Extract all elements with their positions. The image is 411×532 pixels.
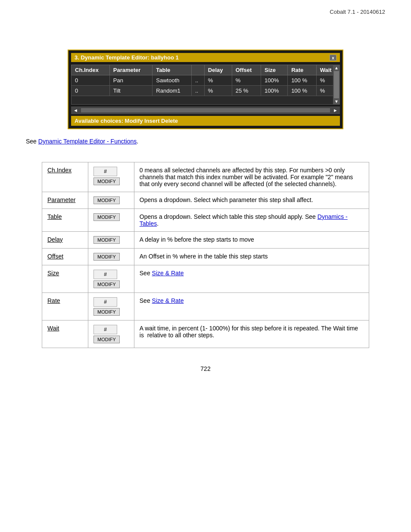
row2-table: Random1 <box>153 86 192 96</box>
reference-table: Ch.Index MODIFY 0 means all selected cha… <box>42 162 369 348</box>
row2-offset: 25 % <box>232 86 261 96</box>
horizontal-scrollbar[interactable]: ◄ ► <box>71 106 340 114</box>
col-chindex: Ch.Index <box>72 65 110 75</box>
row-widget-size: MODIFY <box>88 265 134 293</box>
see-prefix: See <box>26 138 38 145</box>
row1-parameter: Pan <box>109 75 153 86</box>
delay-widget: MODIFY <box>93 236 129 244</box>
col-delay: Delay <box>204 65 232 75</box>
table-row: 0 Tilt Random1 .. % 25 % 100% 100 % % <box>72 86 340 96</box>
table-row: Delay MODIFY A delay in % before the ste… <box>42 232 369 249</box>
row-desc-wait: A wait time, in percent (1- 1000%) for t… <box>134 320 369 348</box>
parameter-widget: MODIFY <box>93 196 129 204</box>
editor-title: 3. Dynamic Template Editor: ballyhoo 1 <box>75 54 179 61</box>
scroll-h-track <box>81 108 330 112</box>
row-widget-delay: MODIFY <box>88 232 134 249</box>
table-row: Parameter MODIFY Opens a dropdown. Selec… <box>42 192 369 209</box>
table-widget: MODIFY <box>93 213 129 221</box>
table-row: Table MODIFY Opens a dropdown. Select wh… <box>42 209 369 232</box>
row2-size: 100% <box>261 86 288 96</box>
editor-close-button[interactable]: x <box>330 55 336 61</box>
row-label-chindex: Ch.Index <box>42 162 88 192</box>
row-label-size: Size <box>42 265 88 293</box>
chindex-widget: MODIFY <box>93 167 129 185</box>
row1-size: 100% <box>261 75 288 86</box>
row-desc-parameter: Opens a dropdown. Select which parameter… <box>134 192 369 209</box>
empty-row <box>72 96 340 105</box>
rate-widget: MODIFY <box>93 297 129 316</box>
col-parameter: Parameter <box>109 65 153 75</box>
size-rate-link-rate[interactable]: Size & Rate <box>152 297 184 304</box>
row2-chindex: 0 <box>72 86 110 96</box>
delay-modify-button[interactable]: MODIFY <box>93 236 120 244</box>
table-row: Rate MODIFY See Size & Rate <box>42 293 369 320</box>
chindex-input[interactable] <box>93 167 117 176</box>
row-widget-rate: MODIFY <box>88 293 134 320</box>
table-row: Size MODIFY See Size & Rate <box>42 265 369 293</box>
scroll-left-arrow[interactable]: ◄ <box>72 108 79 113</box>
rate-modify-button[interactable]: MODIFY <box>93 308 120 316</box>
table-row: Ch.Index MODIFY 0 means all selected cha… <box>42 162 369 192</box>
row1-table: Sawtooth <box>153 75 192 86</box>
scroll-up-arrow[interactable]: ▲ <box>333 65 339 71</box>
header-title: Cobalt 7.1 - 20140612 <box>330 9 385 15</box>
row-widget-table: MODIFY <box>88 209 134 232</box>
table-row: 0 Pan Sawtooth .. % % 100% 100 % % <box>72 75 340 86</box>
size-rate-link-size[interactable]: Size & Rate <box>152 270 184 277</box>
row1-rate: 100 % <box>288 75 317 86</box>
row-widget-parameter: MODIFY <box>88 192 134 209</box>
page-header: Cobalt 7.1 - 20140612 <box>26 9 385 15</box>
row-label-rate: Rate <box>42 293 88 320</box>
row-desc-chindex: 0 means all selected channels are affect… <box>134 162 369 192</box>
row-widget-wait: MODIFY <box>88 320 134 348</box>
see-link-section: See Dynamic Template Editor - Functions. <box>26 138 385 145</box>
wait-widget: MODIFY <box>93 325 129 343</box>
row-label-parameter: Parameter <box>42 192 88 209</box>
table-row: Wait MODIFY A wait time, in percent (1- … <box>42 320 369 348</box>
row-label-offset: Offset <box>42 249 88 265</box>
row1-offset: % <box>232 75 261 86</box>
scroll-track <box>334 71 339 98</box>
dynamics-tables-link[interactable]: Dynamics - Tables <box>140 213 348 227</box>
scroll-down-arrow[interactable]: ▼ <box>333 98 339 105</box>
wait-input[interactable] <box>93 325 117 334</box>
row1-dots: .. <box>191 75 204 86</box>
parameter-modify-button[interactable]: MODIFY <box>93 196 120 204</box>
row2-dots: .. <box>191 86 204 96</box>
size-widget: MODIFY <box>93 270 129 288</box>
wait-modify-button[interactable]: MODIFY <box>93 336 120 343</box>
row1-chindex: 0 <box>72 75 110 86</box>
chindex-modify-button[interactable]: MODIFY <box>93 177 120 185</box>
col-offset: Offset <box>232 65 261 75</box>
table-row: Offset MODIFY An Offset in % where in th… <box>42 249 369 265</box>
col-size: Size <box>261 65 288 75</box>
vertical-scrollbar[interactable]: ▲ ▼ <box>333 65 340 105</box>
row2-rate: 100 % <box>288 86 317 96</box>
col-dots-header <box>191 65 204 75</box>
offset-widget: MODIFY <box>93 253 129 261</box>
row-label-delay: Delay <box>42 232 88 249</box>
row-widget-offset: MODIFY <box>88 249 134 265</box>
page-number: 722 <box>26 365 385 372</box>
col-rate: Rate <box>288 65 317 75</box>
row-label-wait: Wait <box>42 320 88 348</box>
page-number-text: 722 <box>200 365 210 372</box>
row1-delay: % <box>204 75 232 86</box>
editor-titlebar: 3. Dynamic Template Editor: ballyhoo 1 x <box>71 53 340 62</box>
rate-input[interactable] <box>93 297 117 307</box>
size-modify-button[interactable]: MODIFY <box>93 280 120 288</box>
size-input[interactable] <box>93 270 117 279</box>
row-label-table: Table <box>42 209 88 232</box>
row2-delay: % <box>204 86 232 96</box>
row2-parameter: Tilt <box>109 86 153 96</box>
dynamic-template-editor: 3. Dynamic Template Editor: ballyhoo 1 x… <box>68 50 343 129</box>
dynamic-template-editor-functions-link[interactable]: Dynamic Template Editor - Functions <box>38 138 137 145</box>
row-desc-delay: A delay in % before the step starts to m… <box>134 232 369 249</box>
offset-modify-button[interactable]: MODIFY <box>93 253 120 261</box>
available-choices-label: Available choices: Modify Insert Delete <box>75 118 178 124</box>
scroll-right-arrow[interactable]: ► <box>332 108 339 113</box>
table-modify-button[interactable]: MODIFY <box>93 213 120 221</box>
row-desc-table: Opens a dropdown. Select which table thi… <box>134 209 369 232</box>
row-desc-rate: See Size & Rate <box>134 293 369 320</box>
row-desc-offset: An Offset in % where in the table this s… <box>134 249 369 265</box>
